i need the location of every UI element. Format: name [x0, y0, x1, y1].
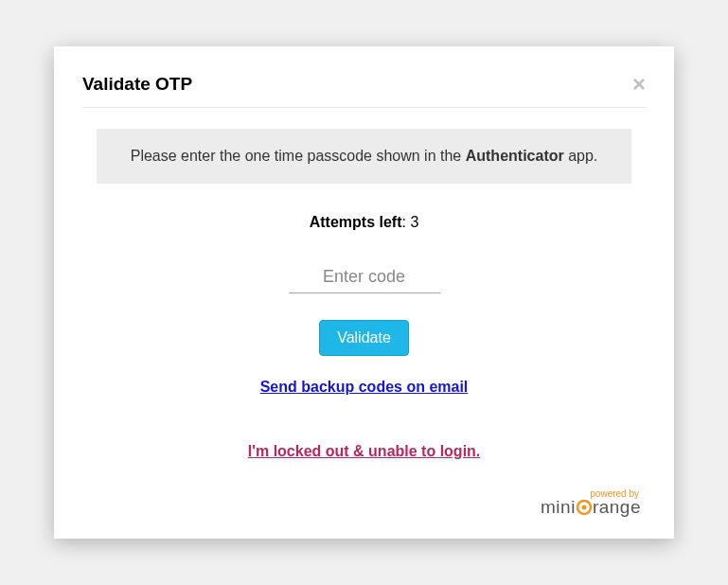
instruction-banner: Please enter the one time passcode shown… — [97, 129, 631, 184]
brand-logo: minirange — [541, 497, 641, 517]
brand-range: range — [593, 497, 641, 517]
validate-button[interactable]: Validate — [319, 320, 409, 356]
locked-out-link[interactable]: I'm locked out & unable to login. — [248, 443, 481, 459]
close-icon[interactable]: × — [632, 73, 646, 96]
otp-modal: Validate OTP × Please enter the one time… — [54, 46, 674, 539]
instruction-suffix: app. — [564, 148, 598, 164]
attempts-value: 3 — [410, 214, 418, 230]
otp-input[interactable] — [289, 261, 440, 293]
svg-point-1 — [581, 505, 586, 510]
footer: powered by minirange — [82, 488, 646, 518]
code-input-wrap — [82, 261, 646, 293]
attempts-label: Attempts left — [310, 214, 402, 230]
instruction-prefix: Please enter the one time passcode shown… — [131, 148, 466, 164]
instruction-bold: Authenticator — [466, 148, 564, 164]
brand-o-icon — [576, 497, 593, 518]
send-backup-codes-link[interactable]: Send backup codes on email — [260, 379, 469, 395]
validate-wrap: Validate — [82, 320, 646, 356]
backup-link-wrap: Send backup codes on email — [82, 379, 646, 396]
brand-mini: mini — [541, 497, 576, 517]
modal-header: Validate OTP × — [82, 73, 646, 108]
modal-title: Validate OTP — [82, 74, 192, 95]
locked-out-wrap: I'm locked out & unable to login. — [82, 443, 646, 460]
attempts-row: Attempts left: 3 — [82, 214, 646, 231]
